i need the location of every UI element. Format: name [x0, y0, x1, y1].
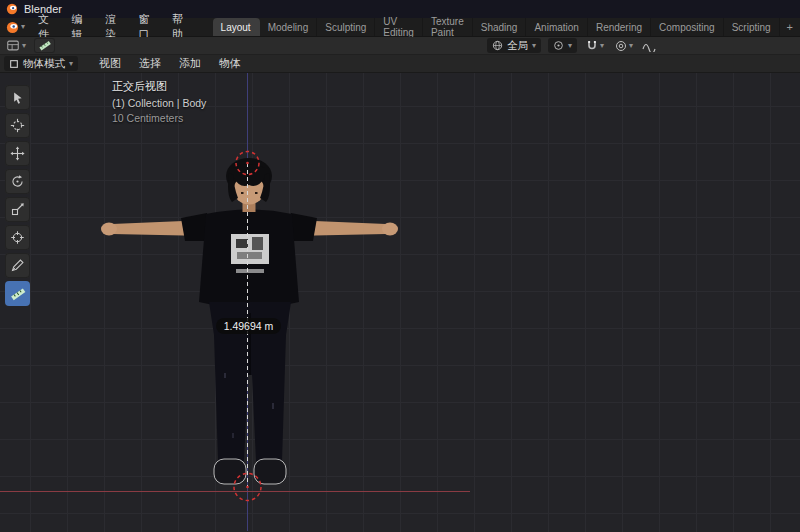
- chevron-down-icon: ▾: [69, 60, 73, 68]
- measure-value: 1.49694 m: [224, 320, 274, 332]
- measure-endpoint-top-dot: [246, 162, 249, 165]
- transform-orientation-dropdown[interactable]: 全局 ▾: [487, 38, 541, 53]
- menu-render[interactable]: 渲染: [98, 18, 132, 36]
- blender-window: Blender ▾ 文件 编辑 渲染 窗口 帮助 Layout Modeling…: [0, 0, 800, 532]
- tool-move-button[interactable]: [5, 141, 30, 166]
- chevron-down-icon: ▾: [629, 42, 633, 50]
- left-shoe: [214, 459, 246, 484]
- orientation-globe-icon: [492, 40, 503, 51]
- tool-measure-button[interactable]: [5, 281, 30, 306]
- menu-add[interactable]: 添加: [172, 56, 208, 71]
- pivot-point-dropdown[interactable]: ▾: [548, 38, 577, 53]
- workspace-tabs: Layout Modeling Sculpting UV Editing Tex…: [213, 18, 800, 36]
- right-shoe: [254, 459, 286, 484]
- blender-logo-icon: [6, 21, 19, 34]
- measure-endpoint-bottom-dot: [246, 486, 249, 489]
- tool-select-box-button[interactable]: [5, 85, 30, 110]
- proportional-editing-icon: [615, 40, 627, 52]
- chevron-down-icon: ▾: [600, 42, 604, 50]
- denim-highlight: [224, 373, 226, 378]
- tab-uv-editing[interactable]: UV Editing: [375, 18, 423, 36]
- falloff-curve-icon[interactable]: [642, 40, 656, 52]
- mode-label: 物体模式: [23, 57, 65, 71]
- tab-compositing[interactable]: Compositing: [651, 18, 724, 36]
- annotate-pen-icon: [10, 258, 25, 273]
- menu-view[interactable]: 视图: [92, 56, 128, 71]
- tool-annotate-button[interactable]: [5, 253, 30, 278]
- toolbar: [5, 85, 30, 306]
- cursor-3d-icon: [10, 118, 25, 133]
- active-tool-measure-button[interactable]: [34, 38, 55, 53]
- chevron-down-icon: ▾: [532, 42, 536, 50]
- tab-modeling[interactable]: Modeling: [260, 18, 318, 36]
- denim-highlight: [232, 433, 234, 438]
- right-eye: [255, 192, 258, 194]
- proportional-editing-button[interactable]: ▾: [613, 40, 635, 52]
- editor-type-icon: [6, 39, 20, 52]
- measure-label: 1.49694 m: [216, 318, 281, 334]
- menu-file[interactable]: 文件: [31, 18, 65, 36]
- scene-canvas[interactable]: 1.49694 m: [0, 73, 800, 531]
- object-mode-icon: [9, 59, 19, 69]
- menu-edit[interactable]: 编辑: [65, 18, 99, 36]
- move-icon: [10, 146, 25, 161]
- menu-select[interactable]: 选择: [132, 56, 168, 71]
- left-eye: [241, 192, 244, 194]
- right-hand: [382, 223, 398, 236]
- pivot-point-icon: [553, 40, 564, 51]
- chevron-down-icon: ▾: [568, 42, 572, 50]
- chevron-down-icon: ▾: [22, 42, 26, 50]
- transform-icon: [10, 230, 25, 245]
- menu-window[interactable]: 窗口: [132, 18, 166, 36]
- tab-sculpting[interactable]: Sculpting: [317, 18, 375, 36]
- magnet-icon: [586, 40, 598, 52]
- tab-layout[interactable]: Layout: [213, 18, 260, 36]
- snap-toggle-button[interactable]: ▾: [584, 40, 606, 52]
- scale-icon: [10, 202, 25, 217]
- viewport-header-row2: 物体模式 ▾ 视图 选择 添加 物体: [0, 55, 800, 73]
- topbar: ▾ 文件 编辑 渲染 窗口 帮助 Layout Modeling Sculpti…: [0, 18, 800, 37]
- add-workspace-button[interactable]: +: [780, 18, 800, 36]
- viewport-header-controls: 全局 ▾ ▾ ▾: [487, 38, 656, 53]
- viewport-header-row1: ▾ 全局 ▾: [0, 37, 800, 55]
- select-cursor-icon: [10, 90, 25, 105]
- orientation-label: 全局: [507, 39, 528, 53]
- measure-icon: [10, 286, 26, 302]
- viewport-3d[interactable]: 1.49694 m 正交后视图 (1) Collection | Body 10…: [0, 73, 800, 532]
- menu-object[interactable]: 物体: [212, 56, 248, 71]
- tab-scripting[interactable]: Scripting: [724, 18, 780, 36]
- blender-logo-icon: [6, 3, 18, 15]
- tab-animation[interactable]: Animation: [526, 18, 587, 36]
- tool-scale-button[interactable]: [5, 197, 30, 222]
- tool-transform-button[interactable]: [5, 225, 30, 250]
- menu-help[interactable]: 帮助: [165, 18, 199, 36]
- denim-highlight: [272, 403, 274, 409]
- left-hand: [101, 223, 117, 236]
- tool-cursor-button[interactable]: [5, 113, 30, 138]
- tab-rendering[interactable]: Rendering: [588, 18, 651, 36]
- editor-type-button[interactable]: ▾: [4, 39, 28, 52]
- chevron-down-icon: ▾: [21, 23, 25, 31]
- tab-shading[interactable]: Shading: [473, 18, 527, 36]
- tool-rotate-button[interactable]: [5, 169, 30, 194]
- blender-menu-button[interactable]: ▾: [0, 18, 31, 36]
- rotate-icon: [10, 174, 25, 189]
- tab-texture-paint[interactable]: Texture Paint: [423, 18, 473, 36]
- measure-icon: [38, 39, 52, 52]
- mode-dropdown[interactable]: 物体模式 ▾: [4, 56, 78, 71]
